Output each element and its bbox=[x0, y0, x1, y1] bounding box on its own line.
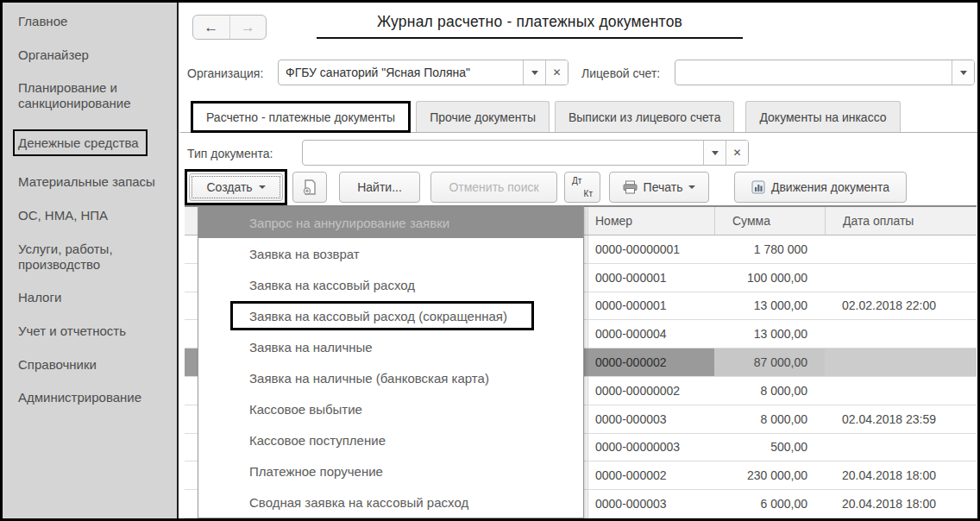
sidebar-item-label: Учет и отчетность bbox=[18, 323, 126, 339]
menu-item-label: Сводная заявка на кассовый расход bbox=[249, 495, 468, 510]
page-title: Журнал расчетно - платежных документов bbox=[317, 13, 743, 39]
cell-sum: 6 000,00 bbox=[714, 490, 825, 518]
doc-type-caret-button[interactable] bbox=[703, 141, 726, 165]
organization-clear-button[interactable]: ✕ bbox=[545, 60, 568, 85]
sidebar-item-label: Справочники bbox=[18, 357, 97, 373]
back-button[interactable]: ← bbox=[193, 16, 229, 39]
sidebar-item[interactable]: Учет и отчетность bbox=[18, 323, 170, 339]
menu-item[interactable]: Заявка на возврат bbox=[198, 238, 583, 269]
cell-number: 0000-00000002 bbox=[587, 377, 714, 405]
organization-label: Организация: bbox=[187, 66, 263, 80]
column-header-date[interactable]: Дата оплаты bbox=[825, 207, 977, 235]
sidebar-item[interactable]: Справочники bbox=[18, 357, 170, 373]
menu-item[interactable]: Заявка на наличные bbox=[198, 331, 583, 362]
print-button[interactable]: Печать bbox=[609, 172, 709, 203]
chevron-down-icon bbox=[531, 71, 538, 75]
copy-document-button[interactable] bbox=[292, 172, 327, 203]
caret-down-icon bbox=[688, 185, 695, 189]
printer-icon bbox=[623, 180, 638, 194]
sidebar-item[interactable]: Денежные средства bbox=[18, 129, 170, 157]
menu-item-label: Заявка на возврат bbox=[249, 247, 360, 261]
menu-item[interactable]: Платежное поручение bbox=[198, 455, 583, 486]
kt-label: Кт bbox=[584, 189, 593, 198]
tab-label: Прочие документы bbox=[430, 110, 536, 124]
find-button[interactable]: Найти... bbox=[339, 172, 420, 203]
tab[interactable]: Расчетно - платежные документы bbox=[191, 101, 411, 133]
sidebar-item[interactable]: ОС, НМА, НПА bbox=[18, 208, 170, 223]
create-dropdown-menu: Запрос на аннулирование заявки Заявка на… bbox=[198, 205, 584, 518]
organization-caret-button[interactable] bbox=[523, 60, 545, 85]
cell-sum: 230 000,00 bbox=[714, 461, 825, 489]
sidebar-item-label: ОС, НМА, НПА bbox=[18, 208, 108, 223]
doc-type-clear-button[interactable]: ✕ bbox=[726, 141, 748, 165]
cell-sum: 87 000,00 bbox=[714, 348, 825, 376]
doc-type-combo[interactable]: ✕ bbox=[302, 140, 749, 166]
cell-date: 20.04.2018 18:00 bbox=[825, 490, 977, 518]
cancel-search-button[interactable]: Отменить поиск bbox=[430, 172, 557, 203]
doc-type-value bbox=[303, 141, 703, 165]
sidebar-item-label: Главное bbox=[18, 14, 67, 29]
cell-date bbox=[825, 348, 977, 376]
menu-item[interactable]: Заявка на кассовый расход (сокращенная) bbox=[198, 300, 583, 331]
sidebar-item[interactable]: Органайзер bbox=[18, 47, 170, 63]
forward-button[interactable]: → bbox=[229, 16, 267, 39]
sidebar-item[interactable]: Налоги bbox=[18, 290, 170, 305]
cell-sum: 8 000,00 bbox=[714, 377, 825, 405]
column-header-sum[interactable]: Сумма bbox=[714, 207, 825, 235]
tab-bar: Расчетно - платежные документы Прочие до… bbox=[185, 101, 901, 133]
cell-number: 0000-00000003 bbox=[587, 434, 714, 461]
dt-kt-button[interactable]: Дт Кт bbox=[564, 172, 600, 203]
cell-date: 02.04.2018 23:59 bbox=[825, 405, 977, 433]
cell-sum: 13 000,00 bbox=[714, 320, 825, 348]
column-header-number[interactable]: Номер bbox=[587, 207, 714, 235]
sidebar-item[interactable]: Материальные запасы bbox=[18, 174, 170, 190]
create-button-annotation: Создать bbox=[185, 169, 287, 205]
tab[interactable]: Документы на инкассо bbox=[745, 101, 900, 132]
menu-item[interactable]: Кассовое поступление bbox=[198, 424, 583, 455]
menu-item[interactable]: Запрос на аннулирование заявки bbox=[198, 207, 583, 238]
cell-date bbox=[825, 434, 977, 461]
doc-type-label: Тип документа: bbox=[187, 147, 273, 160]
cell-sum: 1 780 000 bbox=[714, 235, 825, 263]
sidebar-item-label: Денежные средства bbox=[13, 129, 148, 157]
sidebar-item-label: Планирование и санкционирование bbox=[18, 80, 170, 110]
account-caret-button[interactable] bbox=[952, 60, 974, 85]
menu-item-label: Заявка на кассовый расход bbox=[249, 278, 415, 292]
account-combo[interactable] bbox=[675, 60, 975, 85]
menu-item[interactable]: Заявка на кассовый расход bbox=[198, 269, 583, 300]
sidebar-item-label: Органайзер bbox=[18, 47, 89, 63]
chevron-down-icon bbox=[712, 151, 719, 155]
sidebar-item-label: Налоги bbox=[18, 290, 61, 305]
menu-item[interactable]: Кассовое выбытие bbox=[198, 393, 583, 424]
menu-item-label: Платежное поручение bbox=[249, 464, 383, 479]
cell-number: 0000-00000001 bbox=[587, 235, 714, 263]
cell-number: 0000-000004 bbox=[587, 320, 714, 348]
menu-item[interactable]: Сводная заявка на кассовый расход bbox=[198, 486, 583, 518]
tab[interactable]: Прочие документы bbox=[416, 101, 550, 132]
sidebar-item[interactable]: Услуги, работы, производство bbox=[18, 242, 170, 272]
cell-number: 0000-000002 bbox=[587, 461, 714, 489]
cell-number: 0000-000001 bbox=[587, 292, 714, 320]
cell-date: 02.02.2018 22:00 bbox=[825, 292, 977, 320]
cell-date bbox=[825, 264, 977, 292]
organization-combo[interactable]: ФГБУ санаторий "Ясная Поляна" ✕ bbox=[278, 60, 569, 85]
chevron-down-icon bbox=[960, 71, 967, 75]
document-movements-button[interactable]: Движения документа bbox=[734, 172, 907, 203]
caret-down-icon bbox=[259, 185, 266, 189]
tab[interactable]: Выписки из лицевого счета bbox=[555, 101, 734, 132]
sidebar-item[interactable]: Главное bbox=[18, 14, 170, 29]
sidebar-item[interactable]: Администрирование bbox=[18, 390, 170, 405]
account-value bbox=[675, 60, 952, 85]
menu-item-label: Кассовое выбытие bbox=[249, 402, 362, 417]
tab-label: Документы на инкассо bbox=[759, 110, 886, 124]
cell-number: 0000-000003 bbox=[587, 490, 714, 518]
menu-item-label: Запрос на аннулирование заявки bbox=[249, 216, 449, 230]
bar-chart-icon bbox=[751, 180, 765, 194]
cell-number: 0000-000003 bbox=[587, 405, 714, 433]
create-button[interactable]: Создать bbox=[189, 173, 283, 201]
close-icon: ✕ bbox=[732, 147, 741, 159]
sidebar-item[interactable]: Планирование и санкционирование bbox=[18, 80, 170, 110]
menu-item[interactable]: Заявка на наличные (банковская карта) bbox=[198, 362, 583, 393]
cell-date bbox=[825, 320, 977, 348]
menu-item-label: Кассовое поступление bbox=[249, 433, 386, 448]
